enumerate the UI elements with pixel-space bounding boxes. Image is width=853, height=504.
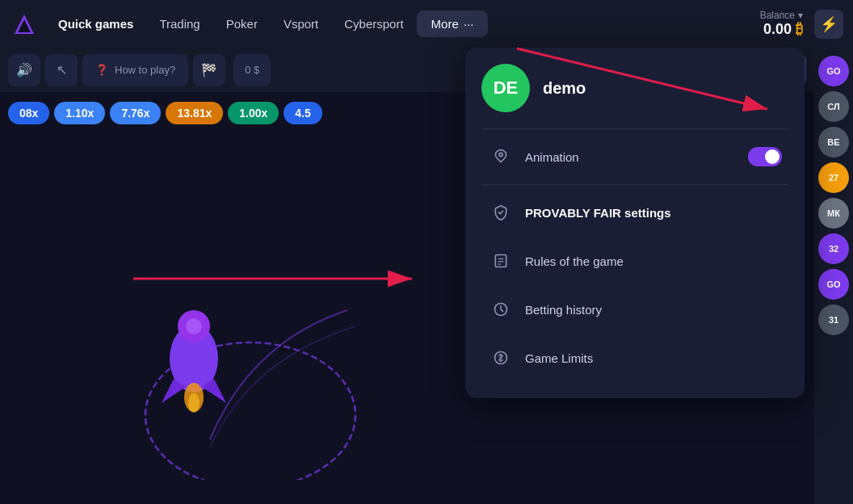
sidebar-user-go2[interactable]: GO	[818, 269, 849, 300]
dropdown-header: DE demo	[481, 64, 788, 112]
toggle-knob	[765, 149, 779, 164]
svg-rect-11	[495, 255, 506, 267]
nav-quick-games[interactable]: Quick games	[45, 10, 146, 37]
sound-button[interactable]: 🔊	[8, 54, 40, 86]
multiplier-badge[interactable]: 1.10x	[54, 102, 105, 124]
svg-point-5	[186, 318, 202, 334]
question-icon: ❓	[95, 64, 108, 76]
extra-button[interactable]: 🏁	[193, 54, 225, 86]
dollar-icon	[488, 345, 514, 371]
sound-icon: 🔊	[16, 62, 32, 78]
orbit-arc	[202, 294, 363, 456]
betting-history-item[interactable]: Betting history	[481, 285, 788, 334]
more-dots-icon: ···	[464, 17, 474, 31]
sidebar-user-27[interactable]: 27	[818, 162, 849, 193]
navbar: Quick games Trading Poker Vsport Cybersp…	[0, 0, 853, 48]
how-to-play-label: How to play?	[115, 64, 175, 76]
balance-value: 0.00 ₿	[763, 21, 803, 38]
nav-trading[interactable]: Trading	[146, 10, 212, 37]
document-icon	[488, 248, 514, 274]
sidebar-user-sl[interactable]: СЛ	[818, 91, 849, 122]
cursor-icon: ↖	[57, 62, 67, 78]
rules-label: Rules of the game	[525, 254, 782, 268]
sidebar-user-31[interactable]: 31	[818, 304, 849, 335]
right-sidebar: GO СЛ ВЕ 27 МК 32 GO 31	[814, 48, 853, 504]
nav-vsport[interactable]: Vsport	[271, 10, 331, 37]
multiplier-badge[interactable]: 1.00x	[228, 102, 279, 124]
animation-icon	[488, 144, 514, 170]
animation-row: Animation	[481, 132, 788, 181]
multiplier-badge[interactable]: 13.81x	[166, 102, 223, 124]
divider2	[481, 184, 788, 185]
sidebar-user-32[interactable]: 32	[818, 233, 849, 264]
divider	[481, 128, 788, 129]
provably-fair-item[interactable]: PROVABLY FAIR settings	[481, 188, 788, 237]
animation-toggle[interactable]	[748, 147, 782, 166]
user-avatar: DE	[481, 64, 530, 112]
dropdown-menu: DE demo Animation PROVABLY FAIR settings	[465, 48, 805, 398]
multiplier-badge[interactable]: 7.76x	[110, 102, 161, 124]
svg-point-9	[188, 393, 200, 413]
cursor-button[interactable]: ↖	[45, 54, 78, 86]
score-display: 0 $	[233, 54, 271, 86]
notification-icon: ⚡	[820, 15, 838, 33]
game-limits-label: Game Limits	[525, 351, 782, 365]
game-limits-item[interactable]: Game Limits	[481, 334, 788, 382]
sidebar-user-mk[interactable]: МК	[818, 198, 849, 229]
sidebar-user-go1[interactable]: GO	[818, 56, 849, 86]
how-to-play-button[interactable]: ❓ How to play?	[82, 54, 188, 86]
provably-fair-label: PROVABLY FAIR settings	[525, 206, 782, 220]
rules-item[interactable]: Rules of the game	[481, 237, 788, 285]
animation-label: Animation	[525, 150, 737, 164]
multiplier-badge[interactable]: 4.5	[284, 102, 321, 124]
history-clock-icon	[488, 296, 514, 322]
chevron-down-icon: ▾	[798, 10, 803, 21]
nav-cybersport[interactable]: Cybersport	[331, 10, 416, 37]
balance-area[interactable]: Balance ▾ 0.00 ₿	[760, 10, 803, 38]
flag-icon: 🏁	[201, 62, 217, 78]
multiplier-badge[interactable]: 08x	[8, 102, 49, 124]
logo[interactable]	[10, 10, 39, 39]
more-button[interactable]: More ···	[417, 10, 489, 37]
balance-label: Balance ▾	[760, 10, 803, 21]
nav-poker[interactable]: Poker	[213, 10, 271, 37]
user-name: demo	[543, 79, 586, 98]
svg-point-10	[499, 153, 502, 156]
betting-history-label: Betting history	[525, 303, 782, 317]
shield-icon	[488, 200, 514, 225]
notification-button[interactable]: ⚡	[814, 10, 843, 39]
sidebar-user-ve[interactable]: ВЕ	[818, 127, 849, 158]
